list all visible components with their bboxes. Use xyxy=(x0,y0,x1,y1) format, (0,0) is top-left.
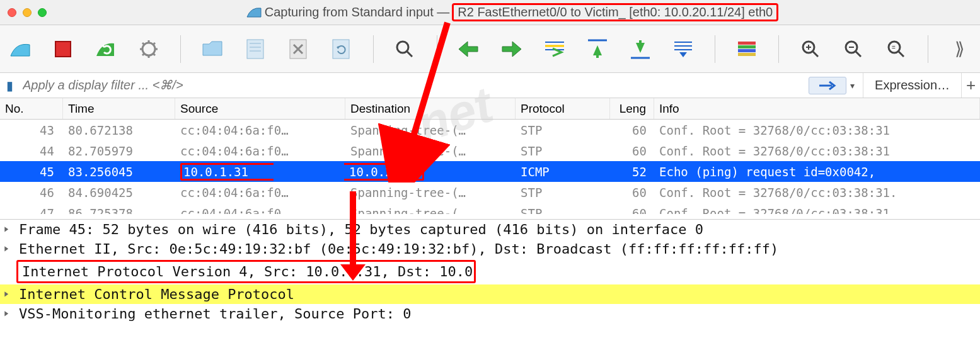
svg-rect-17 xyxy=(333,40,349,59)
filter-apply-button[interactable] xyxy=(809,77,846,94)
filter-add-button[interactable]: + xyxy=(961,73,980,98)
auto-scroll-button[interactable] xyxy=(672,37,695,62)
wireshark-fin-icon xyxy=(246,4,262,21)
cell-no: 44 xyxy=(0,140,63,162)
cell-len: 60 xyxy=(610,182,654,203)
column-header-no[interactable]: No. xyxy=(0,98,63,119)
svg-rect-30 xyxy=(738,42,756,45)
svg-line-35 xyxy=(813,52,818,57)
column-header-length[interactable]: Leng xyxy=(610,98,654,119)
cell-no: 46 xyxy=(0,182,63,203)
svg-line-9 xyxy=(153,43,155,45)
svg-line-8 xyxy=(142,53,144,55)
cell-info: Conf. Root = 32768/0/cc:03:38:31. xyxy=(654,182,980,203)
title-highlight: R2 FastEthernet0/0 to Victim_ [eth0: 10.… xyxy=(452,3,778,21)
cell-src: 10.0.1.31 xyxy=(175,161,345,183)
detail-frame[interactable]: Frame 45: 52 bytes on wire (416 bits), 5… xyxy=(0,220,980,239)
cell-no: 47 xyxy=(0,203,63,214)
svg-rect-31 xyxy=(738,45,756,48)
capture-options-button[interactable] xyxy=(137,37,160,62)
jump-to-packet-button[interactable] xyxy=(543,37,566,62)
cell-src: cc:04:04:6a:f0… xyxy=(175,203,345,214)
cell-proto: ICMP xyxy=(516,161,610,183)
detail-vss[interactable]: VSS-Monitoring ethernet trailer, Source … xyxy=(0,304,980,323)
detail-ethernet[interactable]: Ethernet II, Src: 0e:5c:49:19:32:bf (0e:… xyxy=(0,239,980,259)
svg-rect-32 xyxy=(738,49,756,52)
traffic-lights xyxy=(8,8,47,17)
packet-row[interactable]: 44 82.705979 cc:04:04:6a:f0… Spanning-tr… xyxy=(0,140,980,161)
packet-list[interactable]: 43 80.672138 cc:04:04:6a:f0… Spanning-tr… xyxy=(0,120,980,219)
svg-rect-33 xyxy=(738,53,756,56)
detail-icmp[interactable]: Internet Control Message Protocol xyxy=(0,284,980,304)
find-packet-button[interactable] xyxy=(393,37,416,62)
close-file-button[interactable] xyxy=(287,37,309,62)
packet-row[interactable]: 43 80.672138 cc:04:04:6a:f0… Spanning-tr… xyxy=(0,120,980,140)
zoom-in-button[interactable] xyxy=(799,37,822,62)
packet-list-header: No. Time Source Destination Protocol Len… xyxy=(0,98,980,120)
svg-point-18 xyxy=(397,42,408,53)
filter-expression-button[interactable]: Expression… xyxy=(863,73,961,98)
cell-src: cc:04:04:6a:f0… xyxy=(175,120,345,141)
svg-line-39 xyxy=(856,52,861,57)
stop-capture-button[interactable] xyxy=(52,37,74,62)
column-header-protocol[interactable]: Protocol xyxy=(516,98,610,119)
resize-columns-button[interactable]: ⟫ xyxy=(948,37,971,62)
maximize-window-button[interactable] xyxy=(38,8,47,17)
filter-dropdown-icon[interactable]: ▾ xyxy=(850,81,863,91)
cell-info: Conf. Root = 32768/0/cc:03:38:31 xyxy=(654,140,980,162)
start-capture-button[interactable] xyxy=(9,37,32,62)
cell-time: 80.672138 xyxy=(63,120,175,141)
cell-src: cc:04:04:6a:f0… xyxy=(175,182,345,203)
window-titlebar: Capturing from Standard input — R2 FastE… xyxy=(0,0,980,25)
title-prefix: Capturing from Standard input — xyxy=(265,5,450,20)
svg-rect-0 xyxy=(55,42,71,57)
zoom-reset-button[interactable]: = xyxy=(885,37,908,62)
go-forward-button[interactable] xyxy=(500,37,523,62)
packet-row[interactable]: 46 84.690425 cc:04:04:6a:f0… Spanning-tr… xyxy=(0,182,980,203)
go-back-button[interactable] xyxy=(457,37,480,62)
reload-file-button[interactable] xyxy=(330,37,352,62)
packet-details-pane[interactable]: Frame 45: 52 bytes on wire (416 bits), 5… xyxy=(0,219,980,323)
go-first-packet-button[interactable] xyxy=(586,37,609,62)
minimize-window-button[interactable] xyxy=(23,8,32,17)
go-last-packet-button[interactable] xyxy=(629,37,652,62)
packet-row[interactable]: 47 86.725378 cc:04:04:6a:f0… Spanning-tr… xyxy=(0,203,980,214)
cell-no: 43 xyxy=(0,120,63,141)
cell-src: cc:04:04:6a:f0… xyxy=(175,140,345,162)
cell-no: 45 xyxy=(0,161,63,183)
window-title: Capturing from Standard input — R2 FastE… xyxy=(52,3,972,21)
cell-info: Conf. Root = 32768/0/cc:03:38:31 xyxy=(654,203,980,214)
display-filter-input[interactable] xyxy=(19,73,809,98)
zoom-out-button[interactable] xyxy=(842,37,865,62)
cell-info: Conf. Root = 32768/0/cc:03:38:31 xyxy=(654,120,980,141)
column-header-destination[interactable]: Destination xyxy=(345,98,516,119)
cell-dst: 10.0.20.11 xyxy=(345,161,516,183)
svg-text:=: = xyxy=(892,44,896,51)
svg-rect-10 xyxy=(247,40,263,59)
svg-line-42 xyxy=(899,52,904,57)
cell-len: 52 xyxy=(610,161,654,183)
cell-len: 60 xyxy=(610,203,654,214)
cell-len: 60 xyxy=(610,140,654,162)
detail-ip-highlighted[interactable]: Internet Protocol Version 4, Src: 10.0.1… xyxy=(16,260,476,283)
cell-time: 83.256045 xyxy=(63,161,175,183)
cell-time: 86.725378 xyxy=(63,203,175,214)
packet-row-selected[interactable]: 45 83.256045 10.0.1.31 10.0.20.11 ICMP 5… xyxy=(0,161,980,182)
cell-dst: Spanning-tree-(… xyxy=(345,140,516,162)
cell-proto: STP xyxy=(516,182,610,203)
restart-capture-button[interactable] xyxy=(95,37,117,62)
filter-bookmark-icon[interactable]: ▮ xyxy=(0,78,19,93)
cell-time: 82.705979 xyxy=(63,140,175,162)
colorize-button[interactable] xyxy=(735,37,758,62)
column-header-info[interactable]: Info xyxy=(654,98,980,119)
cell-proto: STP xyxy=(516,140,610,162)
open-file-button[interactable] xyxy=(201,37,224,62)
column-header-time[interactable]: Time xyxy=(63,98,175,119)
svg-line-7 xyxy=(153,53,155,55)
save-file-button[interactable] xyxy=(244,37,267,62)
cell-proto: STP xyxy=(516,203,610,214)
close-window-button[interactable] xyxy=(8,8,16,17)
main-toolbar: = ⟫ xyxy=(0,25,980,73)
column-header-source[interactable]: Source xyxy=(175,98,345,119)
display-filter-bar: ▮ ▾ Expression… + xyxy=(0,73,980,98)
